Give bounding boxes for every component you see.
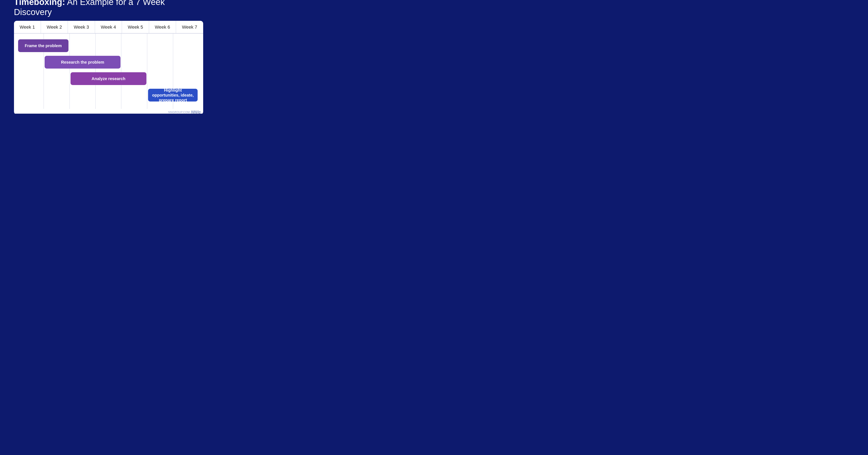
bar-frame-problem: Frame the problem bbox=[18, 39, 68, 52]
main-container: Timeboxing: An Example for a 7 Week Disc… bbox=[8, 0, 209, 114]
footer-area: NNGROUP.COM NN/g bbox=[14, 109, 203, 114]
week-3-header: Week 3 bbox=[68, 21, 95, 33]
gantt-row-3: Analyze research bbox=[18, 72, 199, 85]
footer-logo: NN/g bbox=[191, 110, 201, 114]
week-6-header: Week 6 bbox=[149, 21, 176, 33]
gantt-body: Frame the problem Research the problem A… bbox=[14, 33, 203, 109]
week-7-header: Week 7 bbox=[176, 21, 203, 33]
title-bold-part: Timeboxing: bbox=[14, 0, 65, 7]
gantt-row-1: Frame the problem bbox=[18, 39, 199, 52]
week-5-header: Week 5 bbox=[122, 21, 149, 33]
page-title: Timeboxing: An Example for a 7 Week Disc… bbox=[14, 0, 165, 17]
week-2-header: Week 2 bbox=[41, 21, 68, 33]
weeks-header: Week 1 Week 2 Week 3 Week 4 Week 5 Week … bbox=[14, 21, 203, 33]
title-area: Timeboxing: An Example for a 7 Week Disc… bbox=[14, 0, 203, 17]
footer-site: NNGROUP.COM bbox=[168, 111, 190, 114]
bar-analyze-research: Analyze research bbox=[70, 72, 147, 85]
bar-research-problem: Research the problem bbox=[44, 56, 121, 68]
gantt-row-2: Research the problem bbox=[18, 56, 199, 68]
chart-card: Week 1 Week 2 Week 3 Week 4 Week 5 Week … bbox=[14, 21, 203, 114]
week-4-header: Week 4 bbox=[95, 21, 122, 33]
week-1-header: Week 1 bbox=[14, 21, 41, 33]
bar-highlight-opportunities: Highlight opportunities, ideate, prepare… bbox=[148, 89, 197, 102]
gantt-row-4: Highlight opportunities, ideate, prepare… bbox=[18, 89, 199, 102]
